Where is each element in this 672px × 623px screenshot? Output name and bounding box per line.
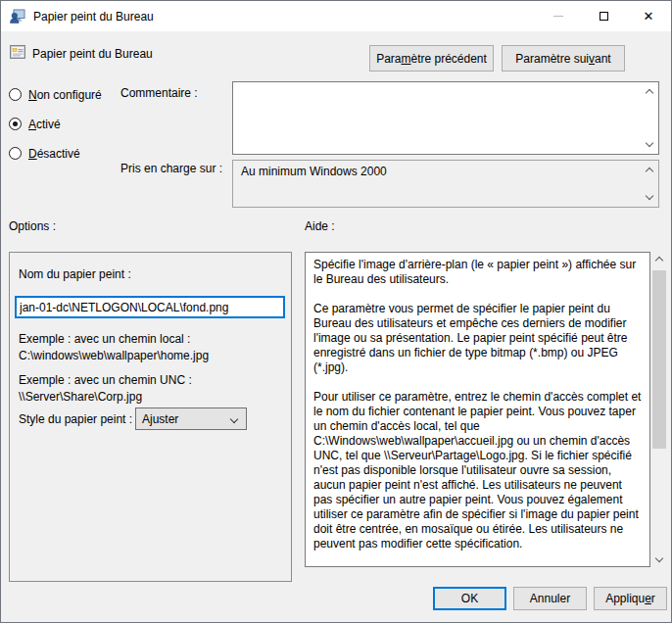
scroll-up-icon[interactable] — [655, 257, 663, 264]
supported-on-value: Au minimum Windows 2000 — [241, 165, 387, 178]
options-panel: Nom du papier peint : Exemple : avec un … — [9, 252, 292, 582]
example-unc-value: \\Server\Share\Corp.jpg — [19, 390, 142, 404]
policy-name: Papier peint du Bureau — [32, 47, 153, 61]
minimize-icon — [536, 1, 581, 31]
ok-button[interactable]: OK — [433, 587, 506, 610]
example-local-value: C:\windows\web\wallpaper\home.jpg — [19, 349, 209, 362]
radio-circle-icon — [9, 88, 22, 101]
radio-label: Non configuré — [28, 88, 102, 102]
comment-label: Commentaire : — [120, 86, 198, 100]
scroll-down-icon — [646, 192, 653, 200]
supported-on-box: Au minimum Windows 2000 — [232, 160, 659, 208]
example-local-label: Exemple : avec un chemin local : — [19, 332, 190, 346]
scroll-up-icon — [646, 168, 653, 175]
wallpaper-style-value: Ajuster — [142, 412, 178, 426]
radio-circle-icon — [9, 147, 22, 160]
caption-buttons: ✕ — [536, 1, 671, 31]
apply-button[interactable]: Appliquer — [594, 587, 667, 610]
radio-label: Activé — [28, 118, 61, 131]
radio-not-configured[interactable]: Non configuré — [9, 87, 102, 102]
wallpaper-name-input[interactable] — [15, 296, 285, 318]
help-text-box[interactable]: Spécifie l'image d'arrière-plan (le « pa… — [305, 252, 650, 567]
titlebar: Papier peint du Bureau ✕ — [1, 1, 671, 31]
scroll-up-icon[interactable] — [646, 89, 653, 97]
wallpaper-style-label: Style du papier peint : — [19, 412, 132, 426]
window-title: Papier peint du Bureau — [33, 10, 154, 24]
help-scrollbar[interactable] — [651, 252, 667, 567]
radio-disabled[interactable]: Désactivé — [9, 146, 80, 161]
radio-label: Désactivé — [28, 147, 80, 161]
close-icon[interactable]: ✕ — [626, 1, 671, 31]
dialog-window: Papier peint du Bureau ✕ Papier peint du… — [0, 0, 672, 623]
previous-setting-button[interactable]: Paramètre précédent — [369, 45, 494, 72]
wallpaper-name-label: Nom du papier peint : — [19, 267, 131, 281]
maximize-icon[interactable] — [581, 1, 626, 31]
chevron-down-icon — [230, 415, 238, 423]
scroll-down-icon[interactable] — [646, 139, 653, 147]
scroll-down-icon[interactable] — [655, 554, 663, 562]
radio-enabled[interactable]: Activé — [9, 117, 61, 131]
radio-circle-icon — [9, 118, 22, 130]
app-icon — [10, 9, 25, 24]
options-section-label: Options : — [9, 219, 56, 233]
help-section-label: Aide : — [305, 219, 335, 233]
next-setting-button[interactable]: Paramètre suivant — [502, 45, 625, 72]
example-unc-label: Exemple : avec un chemin UNC : — [19, 373, 192, 387]
wallpaper-style-dropdown[interactable]: Ajuster — [135, 407, 247, 430]
cancel-button[interactable]: Annuler — [513, 587, 587, 610]
supported-on-label: Pris en charge sur : — [120, 162, 222, 175]
comment-textarea[interactable] — [232, 81, 659, 155]
policy-icon — [10, 44, 25, 60]
scrollbar-thumb[interactable] — [652, 270, 666, 449]
